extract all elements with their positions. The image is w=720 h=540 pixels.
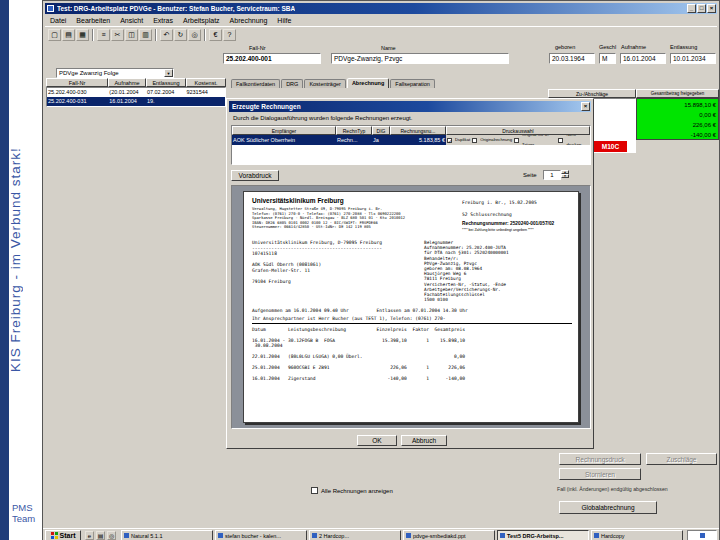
grid-header-druckauswahl[interactable]: Druckauswahl [446, 126, 590, 135]
start-button[interactable]: Start [45, 530, 81, 540]
rechnungsdruck-button[interactable]: Rechnungsdruck [559, 453, 641, 465]
tab-abrechnung[interactable]: Abrechnung [347, 78, 389, 88]
grid-header-rechnungsnummer[interactable]: Rechnungsnu... [390, 126, 446, 135]
browser-icon[interactable]: e [85, 531, 94, 540]
maximize-button[interactable]: □ [697, 4, 706, 13]
help-icon[interactable]: ? [223, 29, 236, 41]
cancel-button[interactable]: Abbruch [401, 435, 447, 446]
folder-icon[interactable]: ▤ [96, 531, 105, 540]
minimize-button[interactable]: _ [687, 4, 696, 13]
save-icon[interactable]: ▦ [76, 29, 89, 41]
seite-spinner-value[interactable]: 1 [543, 170, 561, 180]
ok-button[interactable]: OK [357, 435, 397, 446]
cut-icon[interactable]: ✂ [111, 29, 124, 41]
menu-extras[interactable]: Extras [148, 17, 178, 24]
tab-strip: Fallkontierdaten DRG Kostenträger Abrech… [231, 78, 435, 88]
euro-icon[interactable]: € [209, 29, 222, 41]
invoice-period-line: Aufgenommen am 16.01.2004 09.40 Uhr Entl… [252, 308, 468, 313]
close-button[interactable]: × [707, 4, 716, 13]
tab-fallseparation[interactable]: Fallseparation [390, 79, 435, 88]
invoice-grid-row[interactable]: AOK Südlicher Oberrhein Rechn... Ja 5.18… [232, 135, 590, 145]
case-row-kostenstelle [185, 97, 225, 106]
grid-header-dig[interactable]: DIG [372, 126, 390, 135]
refresh-icon[interactable]: ↻ [174, 29, 187, 41]
zuschlaege-button[interactable]: Zuschläge [646, 453, 717, 465]
menu-abrechnung[interactable]: Abrechnung [225, 17, 273, 24]
print-icon[interactable]: ≡ [97, 29, 110, 41]
grid-header-empfaenger[interactable]: Empfänger [232, 126, 336, 135]
undo-icon[interactable]: ↶ [160, 29, 173, 41]
duplikat-checkbox[interactable] [447, 138, 452, 143]
show-all-checkbox[interactable] [311, 487, 318, 494]
case-row[interactable]: 25.202.400-030 (20.01.2004 07.02.2004 92… [47, 88, 225, 97]
invoice-grid-header: Empfänger RechnTyp DIG Rechnungsnu... Dr… [232, 126, 590, 135]
menu-ansicht[interactable]: Ansicht [115, 17, 148, 24]
column-aufnahme[interactable]: Aufnahme [108, 78, 146, 87]
total-value: 0,00 € [639, 110, 716, 120]
dialog-close-icon[interactable]: × [581, 102, 590, 111]
copy-icon[interactable]: ◫ [125, 29, 138, 41]
open-folder-icon[interactable]: ▤ [62, 29, 75, 41]
case-dropdown[interactable]: PDVge Zwanzig Folge [56, 68, 174, 78]
dialog-instruction: Durch die Dialogausführung wurden folgen… [233, 115, 412, 121]
desktop-icon[interactable]: ◎ [107, 531, 116, 540]
slide-vertical-title: KIS Freiburg - im Verbund stark! [8, 50, 40, 470]
toolbar-separator [155, 29, 157, 41]
column-fall-nr[interactable]: Fall-Nr [46, 78, 108, 87]
task-natural[interactable]: Natural 5.1.1 [121, 530, 213, 540]
print-options: Duplikat Originalrechnung Original mit Ü… [446, 135, 590, 145]
tab-fallkontierdaten[interactable]: Fallkontierdaten [231, 79, 280, 88]
seite-spinner[interactable]: ▲ ▼ [561, 170, 569, 178]
stornieren-button[interactable]: Stornieren [559, 468, 641, 480]
paste-icon[interactable]: ▥ [139, 29, 152, 41]
menu-datei[interactable]: Datei [45, 17, 71, 24]
invoice-meta-block: Belegnummer Aufnahmenummer: 25.202.400-J… [424, 240, 509, 302]
nicht-drucken-checkbox[interactable] [558, 138, 563, 143]
task-label: stefan bucher - kalen... [225, 533, 281, 539]
quick-launch: e ▤ ◎ [85, 531, 116, 540]
task-icon [218, 533, 223, 538]
geschl-field[interactable]: M [599, 53, 616, 64]
total-value: 15.898,10 € [639, 100, 716, 110]
task-icon [500, 533, 505, 538]
case-row-entlassung: 19. [146, 97, 186, 106]
totals-column2-header[interactable]: Gesamtbetrag freigegeben [636, 89, 719, 98]
fall-nr-label: Fall-Nr [249, 45, 266, 51]
task-powerpoint[interactable]: pdvge-smbediakd.ppt [403, 530, 495, 540]
invoice-address-block: Universitätsklinikum Freiburg, D-79095 F… [252, 240, 382, 285]
case-row-selected[interactable]: 25.202.400-031 16.01.2004 19. [47, 97, 225, 106]
entlassung-field[interactable]: 10.01.2034 [670, 53, 716, 64]
task-hardcopy[interactable]: Hardcopy [591, 530, 683, 540]
show-all-label: Alle Rechnungen anzeigen [321, 488, 393, 494]
task-drg-arbeitsplatz[interactable]: Test5 DRG-Arbeitsp... [497, 530, 589, 540]
case-dropdown-value: PDVge Zwanzig Folge [57, 70, 119, 76]
spinner-down-icon[interactable]: ▼ [561, 174, 569, 178]
fall-nr-field[interactable]: 25.202.400-001 [223, 53, 321, 64]
totals-column1-header[interactable]: Zu-/Abschläge [548, 89, 636, 98]
task-hardcopy-group[interactable]: 2 Hardcop... [309, 530, 401, 540]
tab-kostentraeger[interactable]: Kostenträger [304, 79, 346, 88]
vorabdruck-button[interactable]: Vorabdruck [231, 170, 279, 181]
tab-drg[interactable]: DRG [281, 79, 303, 88]
task-calendar[interactable]: stefan bucher - kalen... [215, 530, 307, 540]
menu-hilfe[interactable]: Hilfe [272, 17, 296, 24]
aufnahme-field[interactable]: 16.01.2004 [620, 53, 666, 64]
seite-label: Seite [523, 172, 537, 178]
invoice-page: Universitätsklinikum Freiburg Verwaltung… [243, 191, 579, 423]
menu-arbeitsplatz[interactable]: Arbeitsplatz [178, 17, 225, 24]
final-note: Fall (inkl. Änderungen) endgültig abgesc… [557, 486, 719, 492]
show-all-invoices[interactable]: Alle Rechnungen anzeigen [311, 487, 393, 494]
column-kostenstelle[interactable]: Kostenst. [186, 78, 226, 87]
original-ue-traeger-checkbox[interactable] [514, 138, 519, 143]
chevron-down-icon[interactable] [164, 69, 173, 77]
originalrechnung-checkbox[interactable] [472, 138, 477, 143]
task-label: Test5 DRG-Arbeitsp... [507, 533, 563, 539]
column-entlassung[interactable]: Entlassung [146, 78, 186, 87]
geboren-field[interactable]: 20.03.1964 [549, 53, 595, 64]
menu-bearbeiten[interactable]: Bearbeiten [71, 17, 115, 24]
grid-header-rechntyp[interactable]: RechnTyp [336, 126, 372, 135]
new-doc-icon[interactable]: ▢ [48, 29, 61, 41]
name-field[interactable]: PDVge-Zwanzig, Pzvgc [331, 53, 509, 64]
search-icon[interactable]: ◎ [188, 29, 201, 41]
globalabrechnung-button[interactable]: Globalabrechnung [559, 501, 657, 514]
